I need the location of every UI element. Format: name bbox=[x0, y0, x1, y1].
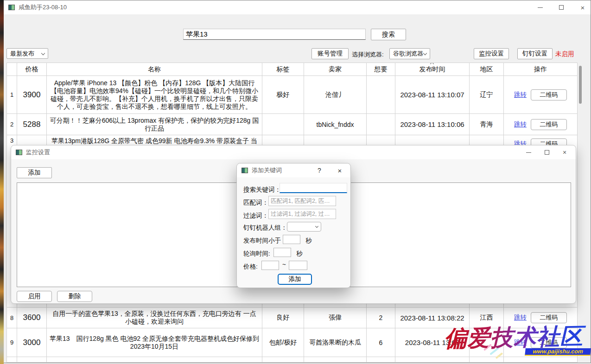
keyword-input[interactable] bbox=[280, 183, 347, 193]
close-button[interactable]: × bbox=[555, 145, 574, 159]
header-action[interactable]: 操作 bbox=[504, 63, 578, 76]
row-region: 辽宁 bbox=[470, 76, 504, 114]
main-titlebar: 咸鱼助手23-08-10 bbox=[4, 0, 591, 14]
row-name: 可分期！！芝麻分606以上 13promax 有保护壳，保护的较为完好128g … bbox=[47, 114, 262, 135]
row-index: 9 bbox=[7, 328, 17, 357]
match-words-input[interactable] bbox=[268, 196, 336, 206]
monitor-settings-button[interactable]: 监控设置 bbox=[474, 48, 509, 59]
header-price[interactable]: 价格 bbox=[17, 63, 47, 76]
add-keyword-submit-button[interactable]: 添加 bbox=[278, 274, 312, 285]
price-tilde: ~ bbox=[282, 261, 286, 268]
row-time: 2023-08-11 13:10:07 bbox=[395, 76, 470, 114]
table-row: 2 5288 可分期！！芝麻分606以上 13promax 有保护壳，保护的较为… bbox=[7, 114, 578, 135]
close-icon: × bbox=[581, 4, 585, 12]
row-tag: 包邮/极好 bbox=[262, 328, 304, 357]
jump-link[interactable]: 跳转 bbox=[514, 339, 527, 347]
row-name bbox=[47, 357, 262, 363]
minimize-icon bbox=[538, 7, 543, 8]
enable-button[interactable]: 启用 bbox=[17, 291, 52, 302]
close-button[interactable]: × bbox=[332, 163, 348, 177]
price-max-input[interactable] bbox=[289, 261, 307, 270]
help-icon: ? bbox=[318, 167, 321, 174]
jump-link[interactable]: 跳转 bbox=[514, 120, 527, 129]
row-region bbox=[470, 357, 504, 363]
search-button[interactable]: 搜索 bbox=[371, 29, 406, 40]
row-price: 5288 bbox=[17, 114, 47, 135]
vertical-scrollbar[interactable] bbox=[579, 66, 582, 104]
header-want[interactable]: 想要 bbox=[367, 63, 395, 76]
row-want: 6 bbox=[367, 328, 395, 357]
row-region bbox=[470, 328, 504, 357]
row-want: 2 bbox=[367, 308, 395, 328]
browser-dropdown[interactable]: 谷歌浏览器 bbox=[389, 48, 430, 59]
watermark-url: www.paijishu.com bbox=[525, 348, 591, 356]
chevron-down-icon bbox=[41, 51, 45, 55]
add-keyword-open-button[interactable]: 添加 bbox=[17, 167, 52, 178]
qr-code-button[interactable]: 二维码 bbox=[531, 312, 567, 323]
row-price: 3000 bbox=[17, 328, 47, 357]
header-seller[interactable]: 卖家 bbox=[304, 63, 367, 76]
app-icon bbox=[8, 5, 15, 10]
dingtalk-settings-button[interactable]: 钉钉设置 bbox=[517, 48, 553, 59]
qr-code-button[interactable]: 二维码 bbox=[531, 89, 567, 100]
search-input[interactable] bbox=[183, 29, 366, 40]
price-min-input[interactable] bbox=[261, 261, 279, 270]
qr-code-button[interactable]: 二维码 bbox=[531, 337, 567, 348]
minimize-button[interactable] bbox=[519, 145, 538, 159]
close-icon: × bbox=[563, 149, 566, 156]
account-manage-button[interactable]: 账号管理 bbox=[311, 48, 349, 59]
robot-group-label: 钉钉机器人组： bbox=[243, 224, 287, 232]
table-header-row: 价格 名称 标签 卖家 想要 发布时间 地区 操作 bbox=[7, 63, 578, 76]
close-button[interactable]: × bbox=[572, 0, 591, 14]
monitor-modal-title: 监控设置 bbox=[26, 148, 50, 157]
status-badge: 未启用 bbox=[555, 50, 574, 58]
filter-words-label: 过滤词： bbox=[243, 212, 268, 220]
poll-interval-input[interactable] bbox=[273, 248, 291, 257]
keyword-label: 搜索关键词： bbox=[243, 186, 281, 194]
row-name: Apple/苹果 iPhone 13 【颜色】粉色 【内存】128G 【版本】大… bbox=[47, 76, 262, 114]
browser-dropdown-value: 谷歌浏览器 bbox=[393, 50, 423, 58]
price-range-label: 价格: bbox=[243, 263, 258, 271]
row-want bbox=[367, 357, 395, 363]
pubtime-input[interactable] bbox=[283, 235, 300, 244]
window-title: 咸鱼助手23-08-10 bbox=[19, 3, 67, 12]
row-seller: tbNick_fnddx bbox=[304, 114, 367, 135]
row-index bbox=[7, 357, 17, 363]
row-want bbox=[367, 114, 395, 135]
header-name[interactable]: 名称 bbox=[47, 63, 262, 76]
dialog-title: 添加关键词 bbox=[252, 166, 282, 175]
desktop-background-strip bbox=[0, 0, 4, 364]
row-price: 3900 bbox=[17, 76, 47, 114]
help-button[interactable]: ? bbox=[312, 163, 326, 177]
row-tag bbox=[262, 114, 304, 135]
minimize-button[interactable] bbox=[529, 0, 551, 14]
browser-select-label: 选择浏览器: bbox=[352, 50, 384, 59]
filter-words-input[interactable] bbox=[268, 209, 336, 219]
app-icon bbox=[241, 168, 248, 173]
jump-link[interactable]: 跳转 bbox=[514, 91, 527, 99]
delete-button[interactable]: 删除 bbox=[57, 291, 92, 302]
row-price bbox=[17, 357, 47, 363]
jump-link[interactable]: 跳转 bbox=[514, 314, 527, 322]
sort-dropdown[interactable]: 最新发布 bbox=[6, 48, 48, 59]
maximize-button[interactable] bbox=[551, 0, 572, 14]
header-region[interactable]: 地区 bbox=[470, 63, 504, 76]
chevron-down-icon bbox=[423, 51, 427, 55]
header-index bbox=[7, 63, 17, 76]
row-seller: 沧偕丿 bbox=[304, 76, 367, 114]
poll-unit: 秒 bbox=[296, 250, 303, 258]
row-region: 青海 bbox=[470, 114, 504, 135]
robot-group-dropdown[interactable] bbox=[287, 222, 321, 232]
header-tag[interactable]: 标签 bbox=[262, 63, 304, 76]
row-seller: 哥酋洛果断的木瓜 bbox=[304, 328, 367, 357]
poll-interval-label: 轮询时间: bbox=[243, 250, 270, 258]
qr-code-button[interactable]: 二维码 bbox=[531, 119, 567, 130]
row-index: 8 bbox=[7, 308, 17, 328]
maximize-icon bbox=[559, 5, 564, 10]
maximize-button[interactable] bbox=[538, 145, 556, 159]
row-want bbox=[367, 76, 395, 114]
table-row bbox=[7, 357, 578, 363]
match-words-label: 匹配词： bbox=[243, 199, 268, 207]
header-time[interactable]: 发布时间 bbox=[395, 63, 470, 76]
table-row: 8 3600 自用一手的蓝色苹果13，全原装，没换过任何东西，充电口旁边有 一点… bbox=[7, 308, 578, 328]
